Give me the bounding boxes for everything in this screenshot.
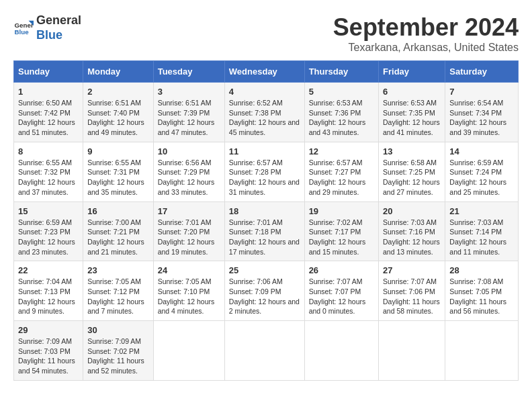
day-info: Sunrise: 6:59 AM Sunset: 7:23 PM Dayligh…: [18, 218, 79, 257]
day-cell: 2 Sunrise: 6:51 AM Sunset: 7:40 PM Dayli…: [83, 83, 154, 142]
logo-line2: Blue: [36, 28, 81, 43]
day-info: Sunrise: 6:53 AM Sunset: 7:35 PM Dayligh…: [383, 98, 441, 138]
day-cell: 30 Sunrise: 7:09 AM Sunset: 7:02 PM Dayl…: [83, 321, 154, 381]
daylight-label: Daylight: 12 hours and 9 minutes.: [18, 298, 75, 316]
day-cell: 9 Sunrise: 6:55 AM Sunset: 7:31 PM Dayli…: [83, 142, 154, 201]
sunrise-label: Sunrise: 6:57 AM: [229, 158, 283, 167]
daylight-label: Daylight: 12 hours and 17 minutes.: [229, 238, 300, 256]
day-number: 11: [229, 146, 300, 156]
day-info: Sunrise: 7:07 AM Sunset: 7:06 PM Dayligh…: [383, 277, 441, 316]
week-row-1: 1 Sunrise: 6:50 AM Sunset: 7:42 PM Dayli…: [14, 83, 519, 142]
day-info: Sunrise: 7:08 AM Sunset: 7:05 PM Dayligh…: [449, 277, 514, 316]
sunrise-label: Sunrise: 6:51 AM: [158, 99, 212, 107]
sunrise-label: Sunrise: 7:01 AM: [158, 218, 212, 226]
week-row-4: 22 Sunrise: 7:04 AM Sunset: 7:13 PM Dayl…: [14, 261, 519, 321]
day-info: Sunrise: 7:09 AM Sunset: 7:02 PM Dayligh…: [87, 336, 149, 376]
daylight-label: Daylight: 12 hours and 31 minutes.: [229, 178, 300, 196]
day-info: Sunrise: 7:01 AM Sunset: 7:20 PM Dayligh…: [158, 218, 220, 257]
calendar-subtitle: Texarkana, Arkansas, United States: [333, 42, 519, 54]
day-info: Sunrise: 7:01 AM Sunset: 7:18 PM Dayligh…: [229, 218, 300, 257]
sunrise-label: Sunrise: 7:03 AM: [449, 218, 503, 226]
day-number: 20: [383, 206, 441, 216]
day-info: Sunrise: 6:56 AM Sunset: 7:29 PM Dayligh…: [158, 158, 220, 197]
week-row-5: 29 Sunrise: 7:09 AM Sunset: 7:03 PM Dayl…: [14, 321, 519, 381]
day-number: 8: [18, 146, 79, 156]
day-info: Sunrise: 6:59 AM Sunset: 7:24 PM Dayligh…: [449, 158, 514, 197]
day-cell: 8 Sunrise: 6:55 AM Sunset: 7:32 PM Dayli…: [14, 142, 83, 201]
sunset-label: Sunset: 7:31 PM: [87, 168, 140, 176]
daylight-label: Daylight: 12 hours and 43 minutes.: [309, 118, 366, 136]
day-number: 26: [309, 265, 374, 275]
weekday-header-row: SundayMondayTuesdayWednesdayThursdayFrid…: [14, 61, 519, 83]
day-number: 29: [18, 325, 79, 335]
sunrise-label: Sunrise: 7:07 AM: [309, 277, 363, 285]
sunset-label: Sunset: 7:24 PM: [449, 168, 502, 176]
day-info: Sunrise: 6:51 AM Sunset: 7:40 PM Dayligh…: [87, 98, 149, 138]
sunrise-label: Sunrise: 6:57 AM: [309, 158, 363, 167]
day-cell: 22 Sunrise: 7:04 AM Sunset: 7:13 PM Dayl…: [14, 261, 83, 321]
weekday-header-wednesday: Wednesday: [224, 61, 304, 83]
day-number: 24: [158, 265, 220, 275]
day-info: Sunrise: 6:51 AM Sunset: 7:39 PM Dayligh…: [158, 98, 220, 138]
day-number: 3: [158, 87, 220, 97]
day-info: Sunrise: 6:52 AM Sunset: 7:38 PM Dayligh…: [229, 98, 300, 138]
sunrise-label: Sunrise: 6:59 AM: [449, 158, 503, 167]
weekday-header-thursday: Thursday: [304, 61, 378, 83]
svg-text:Blue: Blue: [15, 28, 30, 36]
sunset-label: Sunset: 7:38 PM: [229, 109, 281, 117]
day-number: 21: [449, 206, 514, 216]
daylight-label: Daylight: 12 hours and 29 minutes.: [309, 178, 366, 196]
sunrise-label: Sunrise: 6:59 AM: [18, 218, 72, 226]
day-info: Sunrise: 7:00 AM Sunset: 7:21 PM Dayligh…: [87, 218, 149, 257]
daylight-label: Daylight: 12 hours and 51 minutes.: [18, 118, 75, 136]
day-cell: 16 Sunrise: 7:00 AM Sunset: 7:21 PM Dayl…: [83, 201, 154, 261]
weekday-header-tuesday: Tuesday: [153, 61, 224, 83]
sunset-label: Sunset: 7:25 PM: [383, 168, 435, 176]
sunset-label: Sunset: 7:32 PM: [18, 168, 71, 176]
sunrise-label: Sunrise: 7:03 AM: [383, 218, 437, 226]
sunrise-label: Sunrise: 7:09 AM: [18, 337, 72, 345]
sunset-label: Sunset: 7:13 PM: [18, 287, 71, 295]
day-cell: 5 Sunrise: 6:53 AM Sunset: 7:36 PM Dayli…: [304, 83, 378, 142]
day-cell: 10 Sunrise: 6:56 AM Sunset: 7:29 PM Dayl…: [153, 142, 224, 201]
logo-icon: General Blue: [13, 18, 34, 38]
sunset-label: Sunset: 7:29 PM: [158, 168, 210, 176]
day-cell: 15 Sunrise: 6:59 AM Sunset: 7:23 PM Dayl…: [14, 201, 83, 261]
day-number: 16: [87, 206, 149, 216]
day-cell: 26 Sunrise: 7:07 AM Sunset: 7:07 PM Dayl…: [304, 261, 378, 321]
daylight-label: Daylight: 12 hours and 41 minutes.: [383, 118, 440, 136]
sunset-label: Sunset: 7:36 PM: [309, 109, 361, 117]
day-info: Sunrise: 6:54 AM Sunset: 7:34 PM Dayligh…: [449, 98, 514, 138]
sunrise-label: Sunrise: 7:02 AM: [309, 218, 363, 226]
day-cell: 29 Sunrise: 7:09 AM Sunset: 7:03 PM Dayl…: [14, 321, 83, 381]
day-cell: 25 Sunrise: 7:06 AM Sunset: 7:09 PM Dayl…: [224, 261, 304, 321]
day-cell: 17 Sunrise: 7:01 AM Sunset: 7:20 PM Dayl…: [153, 201, 224, 261]
day-info: Sunrise: 7:09 AM Sunset: 7:03 PM Dayligh…: [18, 336, 79, 376]
weekday-header-saturday: Saturday: [445, 61, 519, 83]
day-cell: 27 Sunrise: 7:07 AM Sunset: 7:06 PM Dayl…: [379, 261, 445, 321]
sunrise-label: Sunrise: 6:53 AM: [309, 99, 363, 107]
day-number: 19: [309, 206, 374, 216]
logo-text: General Blue: [36, 13, 81, 42]
day-cell: [153, 321, 224, 381]
day-cell: 13 Sunrise: 6:58 AM Sunset: 7:25 PM Dayl…: [379, 142, 445, 201]
page-header: General Blue General Blue September 2024…: [13, 13, 519, 54]
sunset-label: Sunset: 7:39 PM: [158, 109, 210, 117]
daylight-label: Daylight: 12 hours and 25 minutes.: [449, 178, 506, 196]
day-info: Sunrise: 7:03 AM Sunset: 7:14 PM Dayligh…: [449, 218, 514, 257]
week-row-3: 15 Sunrise: 6:59 AM Sunset: 7:23 PM Dayl…: [14, 201, 519, 261]
sunrise-label: Sunrise: 6:58 AM: [383, 158, 437, 167]
title-section: September 2024 Texarkana, Arkansas, Unit…: [333, 13, 519, 54]
day-cell: 19 Sunrise: 7:02 AM Sunset: 7:17 PM Dayl…: [304, 201, 378, 261]
daylight-label: Daylight: 11 hours and 56 minutes.: [449, 298, 506, 316]
day-info: Sunrise: 6:55 AM Sunset: 7:32 PM Dayligh…: [18, 158, 79, 197]
daylight-label: Daylight: 11 hours and 54 minutes.: [18, 357, 75, 375]
day-info: Sunrise: 6:57 AM Sunset: 7:27 PM Dayligh…: [309, 158, 374, 197]
sunset-label: Sunset: 7:40 PM: [87, 109, 140, 117]
day-info: Sunrise: 7:02 AM Sunset: 7:17 PM Dayligh…: [309, 218, 374, 257]
daylight-label: Daylight: 12 hours and 45 minutes.: [229, 118, 300, 136]
day-info: Sunrise: 7:03 AM Sunset: 7:16 PM Dayligh…: [383, 218, 441, 257]
daylight-label: Daylight: 12 hours and 37 minutes.: [18, 178, 75, 196]
daylight-label: Daylight: 12 hours and 13 minutes.: [383, 238, 440, 256]
day-cell: 3 Sunrise: 6:51 AM Sunset: 7:39 PM Dayli…: [153, 83, 224, 142]
